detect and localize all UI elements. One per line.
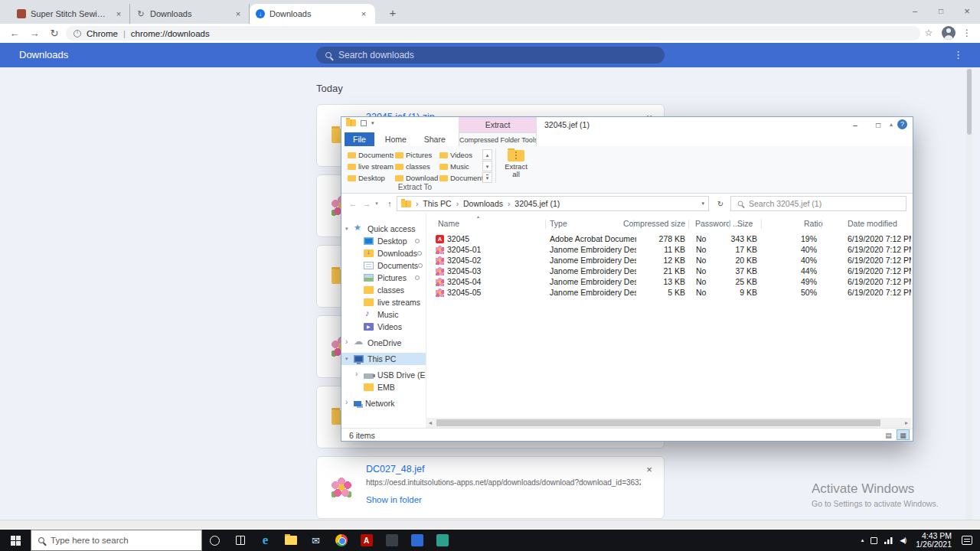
reload-icon[interactable] (47, 26, 61, 40)
remove-download-icon[interactable] (644, 464, 655, 474)
profile-avatar[interactable] (942, 26, 956, 40)
extract-destination-item[interactable]: Pictures (395, 149, 438, 161)
page-scrollbar[interactable] (966, 67, 972, 520)
column-divider[interactable] (821, 220, 822, 229)
nav-item[interactable]: Quick access (341, 223, 426, 235)
page-info-icon[interactable] (74, 30, 81, 37)
file-row[interactable]: 32045-04 Janome Embroidery Design 13 KB … (436, 276, 911, 287)
action-center-icon[interactable] (962, 536, 972, 545)
nav-item[interactable]: Desktop (341, 235, 426, 247)
file-row[interactable]: 32045-01 Janome Embroidery Design 11 KB … (436, 244, 911, 255)
scrollbar-thumb[interactable] (436, 419, 880, 426)
scroll-left-icon[interactable] (426, 418, 435, 428)
scrollbar-thumb[interactable] (967, 69, 972, 135)
file-row[interactable]: 32045-02 Janome Embroidery Design 12 KB … (436, 255, 911, 266)
network-icon[interactable] (884, 537, 893, 544)
volume-icon[interactable] (900, 536, 906, 544)
browser-close-button[interactable] (954, 0, 980, 21)
recent-locations-icon[interactable] (372, 197, 381, 210)
taskbar-search-box[interactable] (31, 530, 202, 551)
nav-item[interactable]: Music (341, 308, 426, 321)
qat-dropdown-icon[interactable] (371, 120, 374, 126)
taskbar-app-button[interactable] (354, 530, 379, 551)
address-dropdown-icon[interactable] (701, 201, 704, 207)
browser-tab[interactable]: Super Stitch Sewing & Vacuum (11, 4, 130, 24)
taskbar-app-button[interactable] (303, 530, 328, 551)
cortana-button[interactable] (202, 530, 227, 551)
browser-menu-icon[interactable] (960, 26, 974, 40)
explorer-search-box[interactable] (730, 196, 906, 211)
column-divider[interactable] (761, 220, 762, 229)
column-header-size[interactable]: Size (737, 219, 753, 228)
column-header-compressed-size[interactable]: Compressed size (620, 219, 685, 228)
nav-item[interactable]: Network (341, 397, 426, 409)
downloads-menu-icon[interactable] (953, 49, 963, 60)
taskbar-clock[interactable]: 4:43 PM 1/26/2021 (913, 532, 955, 549)
address-bar[interactable]: Chrome | chrome://downloads (66, 26, 920, 41)
browser-minimize-button[interactable] (902, 0, 928, 21)
hidden-icons-chevron[interactable] (861, 537, 864, 543)
forward-icon[interactable] (28, 26, 41, 40)
icons-view-button[interactable] (897, 429, 910, 440)
help-icon[interactable] (897, 119, 907, 129)
tab-close-icon[interactable] (358, 8, 369, 19)
column-divider[interactable] (688, 220, 689, 229)
tab-close-icon[interactable] (113, 8, 124, 19)
extract-destination-item[interactable]: Documents (348, 149, 394, 161)
back-icon[interactable] (8, 26, 21, 40)
downloads-search-input[interactable] (338, 50, 655, 60)
extract-destination-item[interactable]: Downloads (395, 172, 438, 184)
nav-item[interactable]: EMB (341, 381, 426, 393)
nav-item[interactable]: Pictures (341, 272, 426, 284)
file-row[interactable]: 32045 Adobe Acrobat Document 278 KB No 3… (436, 233, 911, 244)
explorer-up-icon[interactable] (383, 197, 397, 210)
taskbar-app-button[interactable] (278, 530, 303, 551)
gallery-up-icon[interactable] (482, 149, 492, 160)
column-header-date-modified[interactable]: Date modified (848, 219, 897, 228)
browser-maximize-button[interactable] (928, 0, 954, 21)
extract-destination-item[interactable]: Desktop (348, 172, 394, 184)
nav-item[interactable]: live streams (341, 296, 426, 308)
nav-item[interactable]: Documents (341, 259, 426, 272)
taskbar-app-button[interactable] (379, 530, 404, 551)
taskbar-app-button[interactable] (430, 530, 455, 551)
nav-item[interactable]: USB Drive (E:) (341, 369, 426, 381)
column-divider[interactable] (545, 220, 546, 229)
horizontal-scrollbar[interactable] (426, 418, 911, 428)
taskbar-app-button[interactable] (328, 530, 354, 551)
nav-item[interactable]: This PC (341, 353, 426, 365)
gallery-more-icon[interactable] (482, 172, 492, 183)
explorer-title-bar[interactable]: Extract 32045.jef (1) (341, 117, 913, 132)
downloads-search-box[interactable] (316, 47, 665, 64)
column-header-name[interactable]: Name (438, 219, 459, 228)
download-file-link[interactable]: DC027_48.jef (366, 464, 641, 474)
new-tab-button[interactable] (384, 4, 401, 21)
browser-tab[interactable]: Downloads (250, 4, 375, 24)
nav-item[interactable]: Videos (341, 321, 426, 333)
file-row[interactable]: 32045-05 Janome Embroidery Design 5 KB N… (436, 287, 911, 298)
gallery-down-icon[interactable] (482, 161, 492, 171)
refresh-icon[interactable] (714, 197, 727, 210)
ribbon-tab[interactable]: Share (417, 132, 452, 146)
explorer-back-icon[interactable] (346, 197, 360, 210)
browser-tab[interactable]: Downloads (130, 4, 250, 24)
taskbar-app-button[interactable] (253, 530, 278, 551)
explorer-maximize-button[interactable] (867, 117, 890, 132)
start-button[interactable] (0, 530, 31, 551)
extract-destination-item[interactable]: classes (395, 161, 438, 172)
nav-item[interactable]: OneDrive (341, 337, 426, 349)
extract-destination-item[interactable]: Music (439, 161, 482, 172)
nav-item[interactable]: Downloads (341, 247, 426, 259)
column-divider[interactable] (729, 220, 730, 229)
scroll-right-icon[interactable] (902, 418, 911, 428)
bookmark-star-icon[interactable] (922, 26, 936, 40)
ribbon-tab[interactable]: Home (378, 132, 413, 146)
column-header-type[interactable]: Type (550, 219, 567, 228)
breadcrumb-segment[interactable]: Downloads (452, 199, 503, 208)
extract-destination-item[interactable]: Videos (439, 149, 482, 161)
extract-destination-item[interactable]: live streams (348, 161, 394, 172)
details-view-button[interactable] (882, 429, 895, 440)
column-header-ratio[interactable]: Ratio (804, 219, 823, 228)
nav-item[interactable]: classes (341, 284, 426, 296)
column-header-password[interactable]: Password ... (695, 219, 740, 228)
